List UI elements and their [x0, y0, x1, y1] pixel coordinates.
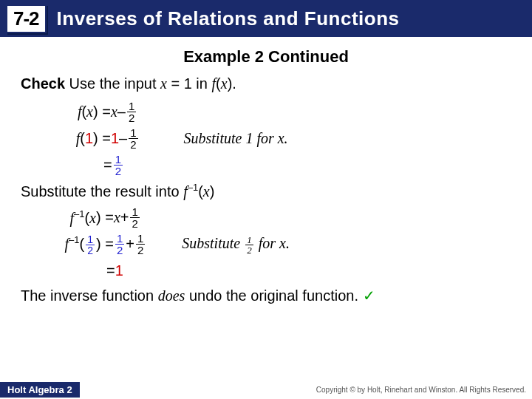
equation-result-half: = 12 [41, 151, 511, 178]
note-sub-half: Substitute 12 for x. [182, 233, 290, 255]
footer-copyright: Copyright © by Holt, Rinehart and Winsto… [316, 386, 532, 394]
equation-finv-half: f–1(12 ) = 12 + 12 Substitute 12 for x. [30, 231, 511, 258]
equation-finv-def: f–1(x ) = x + 12 [30, 205, 511, 231]
footer-brand: Holt Algebra 2 [0, 382, 80, 398]
header-title: Inverses of Relations and Functions [57, 7, 400, 30]
note-sub-1: Substitute 1 for x. [184, 129, 288, 149]
conclusion: The inverse function does undo the origi… [21, 286, 511, 306]
section-badge: 7-2 [6, 4, 47, 33]
checkmark-icon: ✓ [363, 287, 375, 304]
slide-footer: Holt Algebra 2 Copyright © by Holt, Rine… [0, 381, 532, 398]
equation-fx-def: f(x ) = x – 12 [41, 98, 511, 125]
check-instruction: Check Use the input x = 1 in f(x). [21, 74, 511, 94]
example-title: Example 2 Continued [0, 47, 532, 66]
equation-f1: f(1 ) = 1 – 12 Substitute 1 for x. [41, 125, 511, 151]
content-area: Check Use the input x = 1 in f(x). f(x )… [0, 66, 532, 306]
check-label: Check [21, 75, 65, 92]
slide-header: 7-2 Inverses of Relations and Functions [0, 0, 532, 37]
equation-result-1: = 1 [30, 258, 511, 284]
substitute-instruction: Substitute the result into f–1(x) [21, 181, 511, 202]
